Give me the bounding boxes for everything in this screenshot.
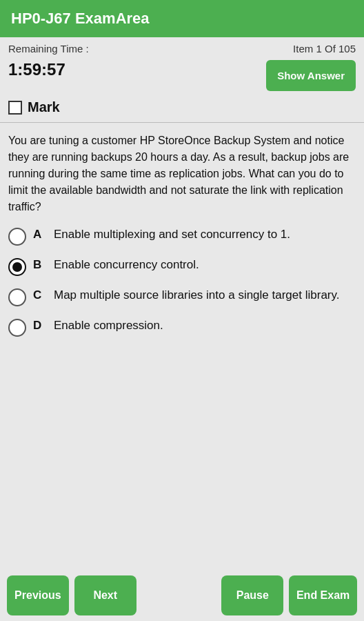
remaining-label: Remaining Time : [8,43,89,55]
mark-checkbox[interactable] [8,101,22,115]
option-b-text: Enable concurrency control. [54,257,199,274]
timer-row: 1:59:57 Show Answer [0,57,364,97]
radio-c[interactable] [8,288,26,306]
previous-button[interactable]: Previous [7,575,69,615]
end-exam-button[interactable]: End Exam [289,575,357,615]
option-d-letter: D [33,319,47,333]
show-answer-button[interactable]: Show Answer [266,60,356,91]
option-a-letter: A [33,228,47,241]
radio-b[interactable] [8,258,26,276]
option-b-letter: B [33,258,47,272]
item-counter: Item 1 Of 105 [293,43,356,55]
bottom-bar: Previous Next Pause End Exam [0,569,364,621]
pause-button[interactable]: Pause [221,575,283,615]
app-header: HP0-J67 ExamArea [0,0,364,37]
radio-a[interactable] [8,228,26,246]
mark-row: Mark [0,97,364,122]
radio-d[interactable] [8,319,26,337]
option-c-text: Map multiple source libraries into a sin… [54,287,339,304]
options-list: A Enable multiplexing and set concurrenc… [0,226,364,337]
option-c[interactable]: C Map multiple source libraries into a s… [8,287,356,306]
question-text: You are tuning a customer HP StoreOnce B… [0,123,364,226]
meta-row: Remaining Time : Item 1 Of 105 [0,37,364,57]
radio-b-fill [12,262,22,272]
countdown-timer: 1:59:57 [8,60,65,79]
option-d[interactable]: D Enable compression. [8,317,356,337]
option-c-letter: C [33,288,47,302]
spacer [0,337,364,569]
option-a-text: Enable multiplexing and set concurrency … [54,226,290,244]
option-d-text: Enable compression. [54,317,163,335]
option-a[interactable]: A Enable multiplexing and set concurrenc… [8,226,356,246]
next-button[interactable]: Next [74,575,136,615]
option-b[interactable]: B Enable concurrency control. [8,257,356,276]
app-title: HP0-J67 ExamArea [11,10,150,27]
mark-label: Mark [28,99,60,115]
